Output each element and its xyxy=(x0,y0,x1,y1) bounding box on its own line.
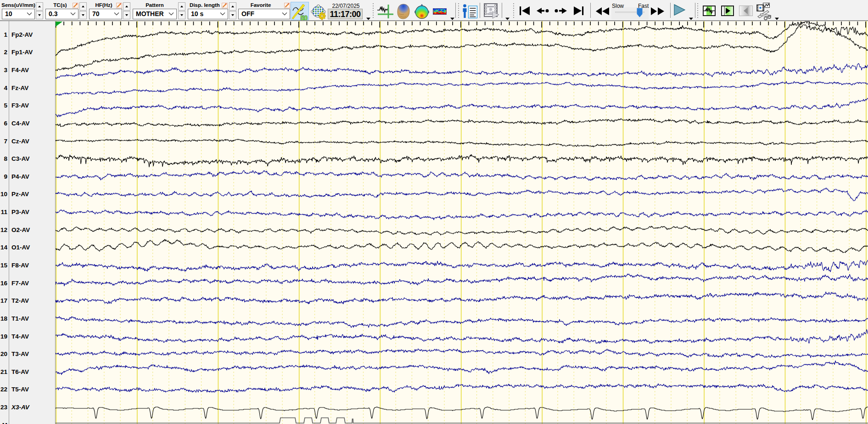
svg-text:50: 50 xyxy=(301,14,308,21)
